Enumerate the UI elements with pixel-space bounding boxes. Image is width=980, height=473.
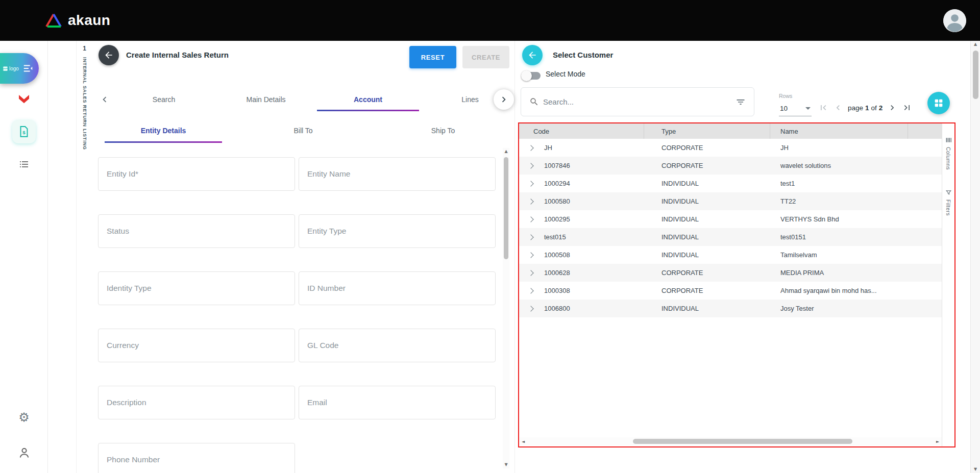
pagination: page 1 of 2 <box>818 101 912 114</box>
row-expand-chevron-icon[interactable] <box>519 253 542 257</box>
entity-form <box>98 157 496 473</box>
row-expand-chevron-icon[interactable] <box>519 217 542 221</box>
page-scrollbar[interactable]: ▲ ▼ <box>970 41 980 473</box>
scrollbar-track[interactable] <box>527 437 934 445</box>
page-title: Create Internal Sales Return <box>126 45 229 65</box>
gl-code-field[interactable] <box>299 329 496 362</box>
reset-button[interactable]: RESET <box>409 46 456 68</box>
sidebar-item-settings[interactable]: ⚙ <box>0 411 48 424</box>
customer-back-button[interactable] <box>522 45 543 65</box>
panel-title: Select Customer <box>553 45 613 65</box>
table-row[interactable]: 1000580 INDIVIDUAL TT22 <box>519 192 942 210</box>
funnel-icon <box>945 189 952 196</box>
subtab-entity-details[interactable]: Entity Details <box>93 118 233 143</box>
table-horizontal-scrollbar[interactable]: ◄ ► <box>519 437 942 445</box>
avatar-person-icon <box>943 9 966 32</box>
phone-number-field[interactable] <box>98 443 295 473</box>
tabs-scroll-right[interactable] <box>494 89 514 110</box>
scroll-up-icon[interactable]: ▲ <box>974 41 977 48</box>
description-field[interactable] <box>98 386 295 419</box>
scroll-left-icon[interactable]: ◄ <box>519 439 527 444</box>
scrollbar-thumb[interactable] <box>504 157 508 259</box>
currency-field[interactable] <box>98 329 295 362</box>
table-row[interactable]: 1007846 CORPORATE wavelet solutions <box>519 157 942 175</box>
scrollbar-thumb[interactable] <box>633 439 852 444</box>
row-expand-chevron-icon[interactable] <box>519 182 542 186</box>
row-expand-chevron-icon[interactable] <box>519 271 542 275</box>
status-field[interactable] <box>98 214 295 248</box>
entity-name-field[interactable] <box>299 157 496 191</box>
brand[interactable]: akaun <box>45 12 110 29</box>
filters-tab[interactable]: Filters <box>945 189 952 216</box>
select-mode-label: Select Mode <box>546 70 585 78</box>
sidebar-item-profile[interactable] <box>0 446 48 460</box>
row-expand-chevron-icon[interactable] <box>519 235 542 239</box>
scroll-up-icon[interactable]: ▲ <box>504 148 507 155</box>
table-row[interactable]: test015 INDIVIDUAL test0151 <box>519 228 942 246</box>
column-header-type[interactable]: Type <box>644 123 770 139</box>
table-row[interactable]: JH CORPORATE JH <box>519 139 942 157</box>
grid-view-button[interactable] <box>927 92 950 114</box>
prev-page-button[interactable] <box>833 103 843 113</box>
email-field[interactable] <box>299 386 496 419</box>
sidebar-item-red-app[interactable] <box>0 92 48 108</box>
chevron-right-icon <box>887 103 897 113</box>
entity-id-field[interactable] <box>98 157 295 191</box>
row-name: test0151 <box>770 233 908 241</box>
table-row[interactable]: 1000628 CORPORATE MEDIA PRIMA <box>519 264 942 282</box>
customer-table: Code Type Name JH CORPORATE JH 1007846 C… <box>519 123 942 446</box>
row-code: 1000308 <box>542 287 644 294</box>
scroll-down-icon[interactable]: ▼ <box>504 461 507 468</box>
search-input[interactable] <box>543 97 731 106</box>
subtab-ship-to[interactable]: Ship To <box>373 118 513 143</box>
row-expand-chevron-icon[interactable] <box>519 289 542 293</box>
row-name: VERTHYS Sdn Bhd <box>770 215 908 223</box>
table-row[interactable]: 1000508 INDIVIDUAL Tamilselvam <box>519 246 942 264</box>
scrollbar-thumb[interactable] <box>973 51 978 99</box>
columns-tab[interactable]: Columns <box>945 137 952 170</box>
app-root: akaun $ <box>0 0 980 473</box>
scroll-right-icon[interactable]: ► <box>934 439 942 444</box>
tabs-scroll-left[interactable] <box>96 88 113 111</box>
rows-select[interactable]: 10 <box>779 104 812 116</box>
column-header-name[interactable]: Name <box>770 123 908 139</box>
tab-account[interactable]: Account <box>317 88 419 111</box>
tab-search[interactable]: Search <box>113 88 215 111</box>
select-mode-toggle[interactable] <box>522 72 541 80</box>
table-row[interactable]: 1006800 INDIVIDUAL Josy Tester <box>519 300 942 317</box>
subtab-bill-to[interactable]: Bill To <box>233 118 373 143</box>
row-code: 1006800 <box>542 305 644 312</box>
row-code: test015 <box>542 233 644 241</box>
tab-main-details[interactable]: Main Details <box>215 88 317 111</box>
grid-icon <box>933 97 944 109</box>
row-type: INDIVIDUAL <box>644 180 770 187</box>
left-panel-scrollbar[interactable]: ▲ ▼ <box>503 148 509 468</box>
sidebar-item-listing[interactable] <box>0 158 48 170</box>
customer-search <box>521 87 754 116</box>
search-icon <box>529 97 539 107</box>
table-header: Code Type Name <box>519 123 942 139</box>
back-button[interactable] <box>99 45 119 65</box>
first-page-button[interactable] <box>818 103 828 113</box>
create-button[interactable]: CREATE <box>462 46 509 68</box>
nav-logo-badge[interactable]: logo <box>0 53 39 84</box>
column-header-code[interactable]: Code <box>519 123 644 139</box>
row-expand-chevron-icon[interactable] <box>519 307 542 311</box>
sidebar-item-sales-doc[interactable]: $ <box>0 120 48 143</box>
row-expand-chevron-icon[interactable] <box>519 200 542 204</box>
id-number-field[interactable] <box>299 271 496 305</box>
table-row[interactable]: 1000294 INDIVIDUAL test1 <box>519 175 942 192</box>
last-page-button[interactable] <box>902 103 912 113</box>
table-row[interactable]: 1000308 CORPORATE Ahmad syarqawi bin moh… <box>519 282 942 300</box>
next-page-button[interactable] <box>887 103 897 113</box>
broken-logo-image: logo <box>3 66 19 71</box>
entity-type-field[interactable] <box>299 214 496 248</box>
broken-image-icon <box>3 66 8 71</box>
scroll-down-icon[interactable]: ▼ <box>974 466 977 473</box>
identity-type-field[interactable] <box>98 271 295 305</box>
row-expand-chevron-icon[interactable] <box>519 146 542 150</box>
table-row[interactable]: 1000295 INDIVIDUAL VERTHYS Sdn Bhd <box>519 210 942 228</box>
user-avatar[interactable] <box>943 9 966 32</box>
filter-list-icon[interactable] <box>736 97 746 107</box>
row-expand-chevron-icon[interactable] <box>519 164 542 168</box>
